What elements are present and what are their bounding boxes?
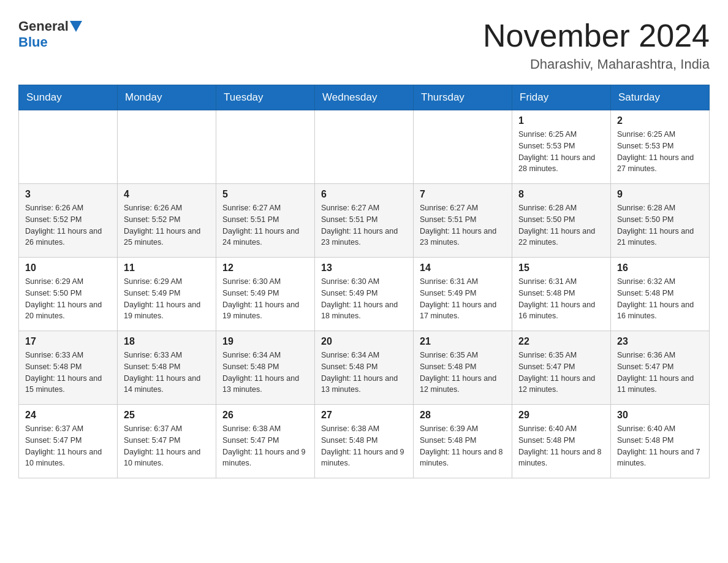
day-info: Sunrise: 6:38 AM Sunset: 5:48 PM Dayligh… (321, 423, 407, 469)
calendar-cell: 2Sunrise: 6:25 AM Sunset: 5:53 PM Daylig… (611, 110, 710, 184)
calendar-cell: 18Sunrise: 6:33 AM Sunset: 5:48 PM Dayli… (118, 331, 216, 405)
day-number: 25 (124, 410, 210, 421)
calendar-cell: 14Sunrise: 6:31 AM Sunset: 5:49 PM Dayli… (414, 258, 512, 331)
logo-triangle-icon (70, 21, 82, 32)
day-info: Sunrise: 6:37 AM Sunset: 5:47 PM Dayligh… (124, 423, 210, 469)
day-number: 23 (617, 336, 703, 347)
calendar-cell: 29Sunrise: 6:40 AM Sunset: 5:48 PM Dayli… (512, 405, 611, 478)
day-number: 28 (420, 410, 506, 421)
calendar-cell: 30Sunrise: 6:40 AM Sunset: 5:48 PM Dayli… (611, 405, 710, 478)
day-info: Sunrise: 6:34 AM Sunset: 5:48 PM Dayligh… (222, 350, 308, 396)
day-number: 9 (617, 189, 703, 200)
weekday-header-wednesday: Wednesday (315, 85, 414, 110)
calendar-cell: 20Sunrise: 6:34 AM Sunset: 5:48 PM Dayli… (315, 331, 414, 405)
day-info: Sunrise: 6:29 AM Sunset: 5:50 PM Dayligh… (25, 276, 111, 322)
calendar-week-row: 1Sunrise: 6:25 AM Sunset: 5:53 PM Daylig… (19, 110, 710, 184)
calendar-cell: 22Sunrise: 6:35 AM Sunset: 5:47 PM Dayli… (512, 331, 611, 405)
day-number: 20 (321, 336, 407, 347)
day-number: 13 (321, 262, 407, 274)
day-number: 26 (222, 410, 308, 421)
day-number: 11 (124, 262, 210, 274)
calendar-cell (118, 110, 216, 184)
logo: General Blue (18, 18, 83, 50)
day-info: Sunrise: 6:31 AM Sunset: 5:48 PM Dayligh… (518, 276, 604, 322)
calendar-cell: 15Sunrise: 6:31 AM Sunset: 5:48 PM Dayli… (512, 258, 611, 331)
calendar-table: SundayMondayTuesdayWednesdayThursdayFrid… (18, 85, 710, 478)
day-number: 4 (124, 189, 210, 200)
day-info: Sunrise: 6:31 AM Sunset: 5:49 PM Dayligh… (420, 276, 506, 322)
day-number: 12 (222, 262, 308, 274)
calendar-cell: 11Sunrise: 6:29 AM Sunset: 5:49 PM Dayli… (118, 258, 216, 331)
day-info: Sunrise: 6:27 AM Sunset: 5:51 PM Dayligh… (420, 202, 506, 248)
calendar-cell: 1Sunrise: 6:25 AM Sunset: 5:53 PM Daylig… (512, 110, 611, 184)
page-header: General Blue November 2024 Dharashiv, Ma… (18, 18, 710, 72)
day-info: Sunrise: 6:38 AM Sunset: 5:47 PM Dayligh… (222, 423, 308, 469)
calendar-cell: 4Sunrise: 6:26 AM Sunset: 5:52 PM Daylig… (118, 184, 216, 258)
day-number: 21 (420, 336, 506, 347)
day-number: 7 (420, 189, 506, 200)
calendar-cell: 7Sunrise: 6:27 AM Sunset: 5:51 PM Daylig… (414, 184, 512, 258)
day-info: Sunrise: 6:26 AM Sunset: 5:52 PM Dayligh… (124, 202, 210, 248)
day-number: 17 (25, 336, 111, 347)
day-info: Sunrise: 6:35 AM Sunset: 5:48 PM Dayligh… (420, 350, 506, 396)
day-info: Sunrise: 6:26 AM Sunset: 5:52 PM Dayligh… (25, 202, 111, 248)
day-number: 22 (518, 336, 604, 347)
logo-blue-text: Blue (18, 34, 48, 50)
day-info: Sunrise: 6:34 AM Sunset: 5:48 PM Dayligh… (321, 350, 407, 396)
calendar-cell: 6Sunrise: 6:27 AM Sunset: 5:51 PM Daylig… (315, 184, 414, 258)
month-year-title: November 2024 (483, 18, 710, 53)
day-number: 2 (617, 115, 703, 126)
day-info: Sunrise: 6:28 AM Sunset: 5:50 PM Dayligh… (617, 202, 703, 248)
calendar-cell: 10Sunrise: 6:29 AM Sunset: 5:50 PM Dayli… (19, 258, 118, 331)
day-info: Sunrise: 6:25 AM Sunset: 5:53 PM Dayligh… (518, 129, 604, 175)
day-number: 24 (25, 410, 111, 421)
logo-general-text: General (18, 18, 69, 34)
calendar-cell: 16Sunrise: 6:32 AM Sunset: 5:48 PM Dayli… (611, 258, 710, 331)
day-info: Sunrise: 6:30 AM Sunset: 5:49 PM Dayligh… (321, 276, 407, 322)
calendar-cell: 5Sunrise: 6:27 AM Sunset: 5:51 PM Daylig… (216, 184, 315, 258)
day-info: Sunrise: 6:27 AM Sunset: 5:51 PM Dayligh… (321, 202, 407, 248)
calendar-cell: 3Sunrise: 6:26 AM Sunset: 5:52 PM Daylig… (19, 184, 118, 258)
calendar-cell: 13Sunrise: 6:30 AM Sunset: 5:49 PM Dayli… (315, 258, 414, 331)
title-section: November 2024 Dharashiv, Maharashtra, In… (483, 18, 710, 72)
day-number: 1 (518, 115, 604, 126)
weekday-header-saturday: Saturday (611, 85, 710, 110)
location-subtitle: Dharashiv, Maharashtra, India (483, 56, 710, 72)
weekday-header-thursday: Thursday (414, 85, 512, 110)
day-number: 6 (321, 189, 407, 200)
calendar-week-row: 24Sunrise: 6:37 AM Sunset: 5:47 PM Dayli… (19, 405, 710, 478)
day-info: Sunrise: 6:28 AM Sunset: 5:50 PM Dayligh… (518, 202, 604, 248)
day-number: 27 (321, 410, 407, 421)
calendar-cell: 24Sunrise: 6:37 AM Sunset: 5:47 PM Dayli… (19, 405, 118, 478)
calendar-week-row: 3Sunrise: 6:26 AM Sunset: 5:52 PM Daylig… (19, 184, 710, 258)
day-info: Sunrise: 6:40 AM Sunset: 5:48 PM Dayligh… (518, 423, 604, 469)
calendar-cell: 17Sunrise: 6:33 AM Sunset: 5:48 PM Dayli… (19, 331, 118, 405)
day-info: Sunrise: 6:35 AM Sunset: 5:47 PM Dayligh… (518, 350, 604, 396)
day-number: 15 (518, 262, 604, 274)
day-info: Sunrise: 6:40 AM Sunset: 5:48 PM Dayligh… (617, 423, 703, 469)
day-info: Sunrise: 6:30 AM Sunset: 5:49 PM Dayligh… (222, 276, 308, 322)
day-info: Sunrise: 6:39 AM Sunset: 5:48 PM Dayligh… (420, 423, 506, 469)
weekday-header-sunday: Sunday (19, 85, 118, 110)
weekday-header-friday: Friday (512, 85, 611, 110)
day-number: 8 (518, 189, 604, 200)
calendar-cell: 21Sunrise: 6:35 AM Sunset: 5:48 PM Dayli… (414, 331, 512, 405)
calendar-week-row: 17Sunrise: 6:33 AM Sunset: 5:48 PM Dayli… (19, 331, 710, 405)
day-info: Sunrise: 6:25 AM Sunset: 5:53 PM Dayligh… (617, 129, 703, 175)
day-number: 14 (420, 262, 506, 274)
day-number: 18 (124, 336, 210, 347)
day-info: Sunrise: 6:32 AM Sunset: 5:48 PM Dayligh… (617, 276, 703, 322)
day-info: Sunrise: 6:29 AM Sunset: 5:49 PM Dayligh… (124, 276, 210, 322)
day-info: Sunrise: 6:36 AM Sunset: 5:47 PM Dayligh… (617, 350, 703, 396)
weekday-header-tuesday: Tuesday (216, 85, 315, 110)
day-number: 10 (25, 262, 111, 274)
day-info: Sunrise: 6:37 AM Sunset: 5:47 PM Dayligh… (25, 423, 111, 469)
calendar-cell: 27Sunrise: 6:38 AM Sunset: 5:48 PM Dayli… (315, 405, 414, 478)
calendar-cell: 19Sunrise: 6:34 AM Sunset: 5:48 PM Dayli… (216, 331, 315, 405)
day-info: Sunrise: 6:33 AM Sunset: 5:48 PM Dayligh… (124, 350, 210, 396)
day-number: 3 (25, 189, 111, 200)
calendar-cell: 28Sunrise: 6:39 AM Sunset: 5:48 PM Dayli… (414, 405, 512, 478)
calendar-cell (216, 110, 315, 184)
day-number: 5 (222, 189, 308, 200)
day-info: Sunrise: 6:33 AM Sunset: 5:48 PM Dayligh… (25, 350, 111, 396)
